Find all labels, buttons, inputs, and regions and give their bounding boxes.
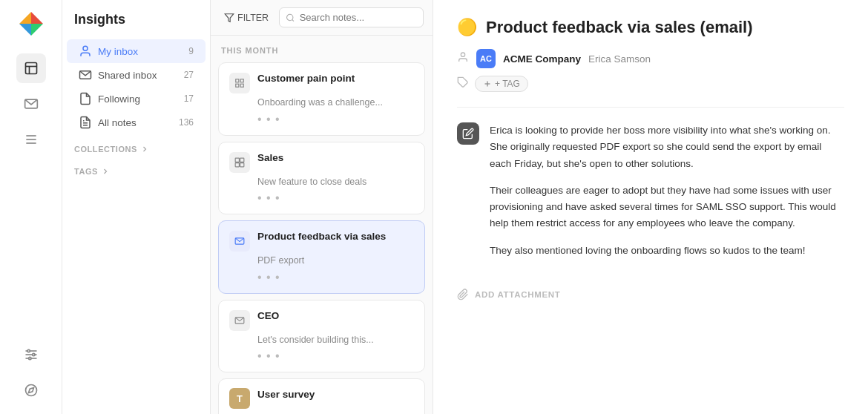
detail-title-row: 🟡 Product feedback via sales (email) xyxy=(457,18,844,37)
svg-marker-4 xyxy=(19,24,31,36)
page-title: Insights xyxy=(62,12,210,39)
search-icon xyxy=(286,13,295,23)
search-box[interactable] xyxy=(279,7,424,27)
company-name: ACME Company xyxy=(503,53,581,65)
content-paragraph-3: They also mentioned loving the onboardin… xyxy=(490,243,844,259)
note-card-ceo[interactable]: CEO Let's consider building this... • • … xyxy=(218,300,425,373)
note-icon-sales xyxy=(229,152,250,173)
note-content-text: Erica is looking to provide her boss mor… xyxy=(490,122,844,259)
note-card-customer-pain-point[interactable]: Customer pain point Onboarding was a cha… xyxy=(218,62,425,136)
note-dots-sales: • • • xyxy=(257,191,414,205)
notes-section-header: THIS MONTH xyxy=(211,36,433,59)
sidebar-count-following: 17 xyxy=(184,93,194,104)
sidebar-label-shared-inbox: Shared inbox xyxy=(98,70,181,81)
note-icon-product-feedback xyxy=(229,231,250,252)
svg-rect-33 xyxy=(235,162,239,166)
note-title-ceo: CEO xyxy=(257,309,279,323)
sidebar: Insights My inbox 9 Shared inbox 27 Foll… xyxy=(62,0,211,414)
detail-meta-company-row: AC ACME Company Erica Samson xyxy=(457,49,844,68)
notes-list-panel: FILTER THIS MONTH Customer pain point On… xyxy=(211,0,433,414)
sidebar-item-shared-inbox[interactable]: Shared inbox 27 xyxy=(67,63,206,87)
svg-rect-29 xyxy=(236,84,239,87)
note-card-product-feedback[interactable]: Product feedback via sales PDF export • … xyxy=(218,220,425,294)
note-preview-ceo: Let's consider building this... xyxy=(257,334,414,347)
tag-row: + TAG xyxy=(457,76,844,92)
sidebar-count-all-notes: 136 xyxy=(179,117,194,128)
sidebar-count-my-inbox: 9 xyxy=(188,46,194,56)
svg-point-15 xyxy=(27,349,30,352)
tag-icon xyxy=(457,76,469,91)
svg-point-18 xyxy=(25,385,36,396)
svg-marker-2 xyxy=(31,12,43,24)
note-dots-ceo: • • • xyxy=(257,349,414,363)
note-icon-ceo xyxy=(229,310,250,331)
note-content-block: Erica is looking to provide her boss mor… xyxy=(457,122,844,259)
attachment-icon xyxy=(457,289,469,300)
sidebar-item-following[interactable]: Following 17 xyxy=(67,87,206,111)
note-title-product-feedback: Product feedback via sales xyxy=(257,230,386,243)
nav-filter-icon[interactable] xyxy=(16,340,46,369)
detail-divider xyxy=(457,107,844,108)
company-avatar: AC xyxy=(476,49,496,68)
note-preview-sales: New feature to close deals xyxy=(257,176,414,189)
note-icon-customer-pain-point xyxy=(229,73,250,93)
svg-rect-31 xyxy=(235,158,239,162)
note-title-customer-pain-point: Customer pain point xyxy=(257,72,355,85)
sidebar-tags-section: TAGS xyxy=(62,167,210,179)
note-preview-product-feedback: PDF export xyxy=(257,254,414,268)
search-input[interactable] xyxy=(300,12,417,23)
sidebar-label-my-inbox: My inbox xyxy=(98,46,185,57)
person-icon xyxy=(457,51,469,66)
svg-point-16 xyxy=(32,353,34,355)
svg-rect-32 xyxy=(240,158,244,162)
add-tag-button[interactable]: + TAG xyxy=(475,76,528,92)
svg-rect-28 xyxy=(240,79,243,82)
content-avatar xyxy=(457,122,479,145)
detail-pane: 🟡 Product feedback via sales (email) AC … xyxy=(433,0,868,414)
sidebar-item-my-inbox[interactable]: My inbox 9 xyxy=(67,39,206,63)
note-title-sales: Sales xyxy=(257,151,283,165)
note-dots-product-feedback: • • • xyxy=(257,271,414,284)
app-logo xyxy=(16,9,46,39)
svg-marker-1 xyxy=(19,12,31,24)
tags-label[interactable]: TAGS xyxy=(74,167,198,176)
icon-bar xyxy=(0,0,62,414)
svg-rect-27 xyxy=(236,79,239,82)
sidebar-collections-section: COLLECTIONS xyxy=(62,145,210,157)
note-dots-customer-pain-point: • • • xyxy=(257,113,414,126)
filter-button[interactable]: FILTER xyxy=(220,10,273,26)
add-tag-label: + TAG xyxy=(495,79,520,89)
nav-notes-icon[interactable] xyxy=(16,53,46,83)
person-name: Erica Samson xyxy=(588,53,651,65)
detail-emoji: 🟡 xyxy=(457,18,477,37)
svg-marker-24 xyxy=(225,13,234,22)
collections-label[interactable]: COLLECTIONS xyxy=(74,145,198,154)
svg-marker-19 xyxy=(28,387,33,392)
note-card-sales[interactable]: Sales New feature to close deals • • • xyxy=(218,142,425,215)
nav-compass-icon[interactable] xyxy=(16,375,46,405)
content-paragraph-1: Erica is looking to provide her boss mor… xyxy=(490,122,844,172)
content-paragraph-2: Their colleagues are eager to adopt but … xyxy=(490,183,844,232)
svg-point-25 xyxy=(287,14,293,20)
svg-rect-5 xyxy=(25,63,36,74)
logo-icon xyxy=(18,10,45,37)
detail-title: Product feedback via sales (email) xyxy=(486,18,753,37)
svg-point-37 xyxy=(461,53,464,56)
sidebar-label-all-notes: All notes xyxy=(98,117,176,128)
sidebar-item-all-notes[interactable]: All notes 136 xyxy=(67,111,206,134)
nav-list-icon[interactable] xyxy=(16,125,46,154)
svg-marker-3 xyxy=(31,24,43,36)
note-avatar-user-survey: T xyxy=(229,388,250,409)
note-preview-customer-pain-point: Onboarding was a challenge... xyxy=(257,96,414,110)
sidebar-count-shared-inbox: 27 xyxy=(184,70,194,80)
sidebar-label-following: Following xyxy=(98,93,181,105)
nav-inbox-icon[interactable] xyxy=(16,89,46,119)
notes-toolbar: FILTER xyxy=(211,0,433,36)
add-attachment-row[interactable]: ADD ATTACHMENT xyxy=(457,289,844,300)
filter-label: FILTER xyxy=(237,13,269,23)
svg-rect-30 xyxy=(240,84,243,87)
svg-point-20 xyxy=(83,46,88,50)
note-card-user-survey[interactable]: T User survey VR video calling in critic… xyxy=(218,378,425,414)
svg-rect-34 xyxy=(240,162,244,166)
svg-point-17 xyxy=(28,357,30,359)
